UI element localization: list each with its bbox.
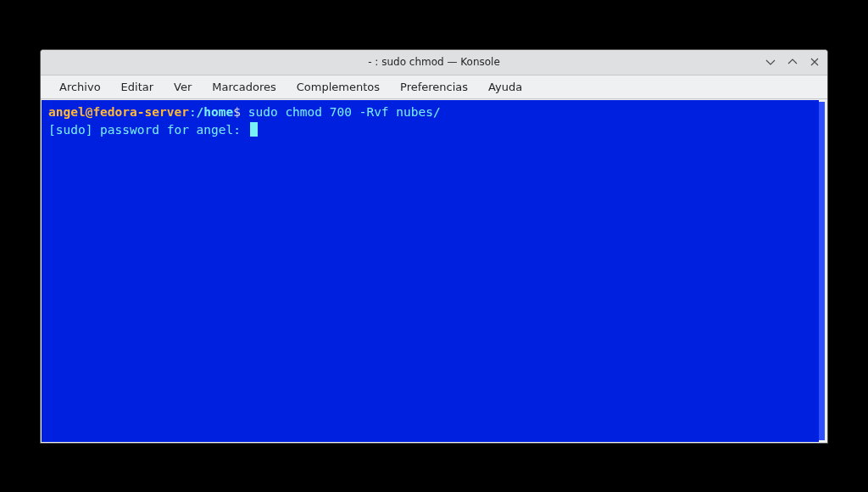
prompt-path: /home (197, 105, 234, 119)
konsole-window: - : sudo chmod — Konsole Archivo Editar (40, 49, 828, 444)
close-icon (809, 56, 821, 68)
titlebar[interactable]: - : sudo chmod — Konsole (41, 50, 827, 75)
terminal-cursor (250, 122, 258, 137)
prompt-userhost: angel@fedora-server (48, 105, 189, 119)
menu-preferencias[interactable]: Preferencias (390, 77, 478, 97)
chevron-up-icon (787, 56, 798, 68)
menu-archivo[interactable]: Archivo (49, 77, 111, 97)
chevron-down-icon (765, 56, 776, 68)
menu-complementos[interactable]: Complementos (287, 77, 390, 97)
terminal[interactable]: angel@fedora-server:/home$ sudo chmod 70… (42, 100, 819, 442)
close-button[interactable] (807, 54, 822, 70)
prompt-colon: : (189, 105, 197, 119)
menu-ver[interactable]: Ver (164, 77, 202, 97)
maximize-button[interactable] (785, 54, 800, 70)
prompt-dollar: $ (233, 105, 241, 119)
menu-ayuda[interactable]: Ayuda (478, 77, 532, 97)
window-controls (763, 54, 822, 70)
minimize-button[interactable] (763, 54, 778, 70)
window-title: - : sudo chmod — Konsole (368, 56, 500, 68)
command-text: sudo chmod 700 -Rvf nubes/ (241, 105, 441, 119)
menu-editar[interactable]: Editar (111, 77, 164, 97)
sudo-prompt: [sudo] password for angel: (48, 123, 248, 137)
terminal-container: angel@fedora-server:/home$ sudo chmod 70… (41, 99, 827, 443)
terminal-line-1: angel@fedora-server:/home$ sudo chmod 70… (48, 103, 812, 121)
menu-marcadores[interactable]: Marcadores (202, 77, 286, 97)
menubar: Archivo Editar Ver Marcadores Complement… (41, 75, 827, 99)
terminal-line-2: [sudo] password for angel: (48, 121, 812, 139)
scrollbar[interactable] (819, 102, 825, 440)
